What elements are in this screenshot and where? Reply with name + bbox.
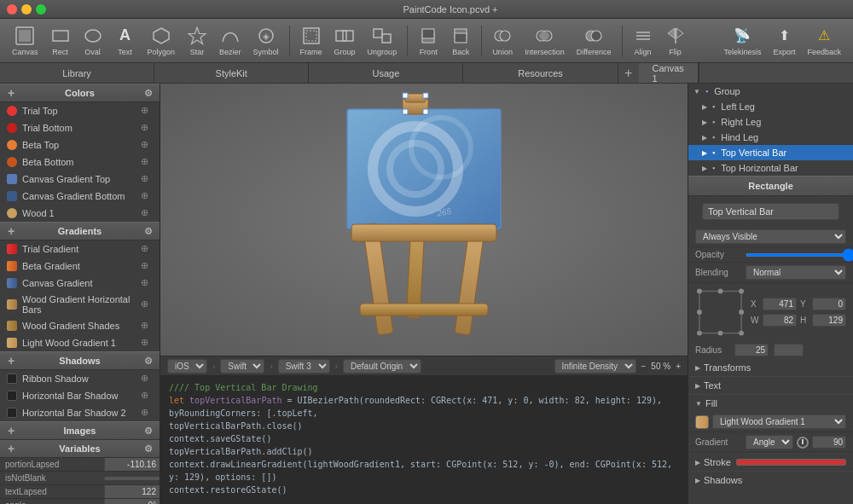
radius-extra-input[interactable] — [774, 344, 804, 356]
shape-name-input[interactable] — [702, 203, 839, 220]
group-tool[interactable]: Group — [329, 22, 361, 60]
gradient-angle-dial[interactable] — [797, 437, 809, 449]
tree-item-top-horizontal-bar[interactable]: ▶ ▪ Top Horizontal Bar — [688, 160, 853, 176]
code-area[interactable]: //// Top Vertical Bar Drawing let topVer… — [160, 376, 688, 504]
list-item[interactable]: Trial Gradient ⊕ — [0, 240, 160, 258]
shadow-add-icon[interactable]: ⊕ — [141, 390, 153, 402]
tree-item-hind-leg[interactable]: ▶ ▪ Hind Leg — [688, 130, 853, 145]
colors-add-button[interactable]: + — [5, 87, 17, 99]
flip-tool[interactable]: Flip — [660, 22, 691, 60]
polygon-tool[interactable]: Polygon — [142, 22, 181, 60]
color-add-icon[interactable]: ⊕ — [141, 122, 153, 134]
oval-tool[interactable]: Oval — [78, 22, 108, 60]
list-item[interactable]: Wood Gradient Horizontal Bars ⊕ — [0, 292, 160, 317]
gradient-type-select[interactable]: Angle — [746, 435, 793, 449]
list-item[interactable]: Canvas Gradient ⊕ — [0, 275, 160, 292]
language-select[interactable]: Swift — [220, 359, 264, 374]
gradient-add-icon[interactable]: ⊕ — [141, 320, 153, 332]
list-item[interactable]: Ribbon Shadow ⊕ — [0, 370, 160, 387]
tab-resources[interactable]: Resources — [463, 63, 618, 83]
list-item[interactable]: Wood Gradient Shades ⊕ — [0, 317, 160, 334]
intersection-tool[interactable]: Intersection — [519, 22, 570, 60]
fill-section-header[interactable]: ▼ Fill — [688, 394, 853, 412]
gradients-settings-button[interactable]: ⚙ — [142, 225, 154, 237]
tree-item-right-leg[interactable]: ▶ ▪ Right Leg — [688, 114, 853, 130]
text-section[interactable]: ▶ Text — [688, 376, 853, 394]
gradient-angle-input[interactable] — [812, 436, 846, 449]
tree-item-left-leg[interactable]: ▶ ▪ Left Leg — [688, 99, 853, 114]
text-tool[interactable]: A Text — [110, 22, 141, 60]
list-item[interactable]: Trial Top ⊕ — [0, 102, 160, 119]
gradient-add-icon[interactable]: ⊕ — [141, 260, 153, 272]
color-add-icon[interactable]: ⊕ — [141, 105, 153, 117]
radius-input[interactable] — [734, 344, 769, 356]
gradient-add-icon[interactable]: ⊕ — [141, 277, 153, 289]
x-input[interactable] — [763, 298, 797, 310]
list-item[interactable]: Horizontal Bar Shadow ⊕ — [0, 387, 160, 404]
difference-tool[interactable]: Difference — [572, 22, 617, 60]
export-tool[interactable]: ⬆ Export — [768, 22, 800, 60]
color-add-icon[interactable]: ⊕ — [141, 156, 153, 168]
front-tool[interactable]: Front — [413, 22, 444, 60]
var-value[interactable]: 122 — [104, 485, 160, 498]
list-item[interactable]: Canvas Gradient Bottom ⊕ — [0, 188, 160, 205]
list-item[interactable]: Horizontal Bar Shadow 2 ⊕ — [0, 404, 160, 421]
list-item[interactable]: Trial Bottom ⊕ — [0, 119, 160, 136]
align-tool[interactable]: Align — [628, 22, 659, 60]
blending-select[interactable]: Normal — [746, 265, 846, 280]
tree-item-group[interactable]: ▼ ▪ Group — [688, 84, 853, 99]
version-select[interactable]: Swift 3 — [278, 359, 330, 374]
y-input[interactable] — [812, 298, 846, 310]
star-tool[interactable]: Star — [182, 22, 212, 60]
zoom-minus[interactable]: − — [641, 362, 647, 371]
h-input[interactable] — [812, 314, 846, 327]
list-item[interactable]: Canvas Gradient Top ⊕ — [0, 171, 160, 188]
list-item[interactable]: Wood 1 ⊕ — [0, 205, 160, 222]
list-item[interactable]: Beta Bottom ⊕ — [0, 154, 160, 171]
maximize-button[interactable] — [36, 4, 46, 14]
list-item[interactable]: Beta Top ⊕ — [0, 136, 160, 154]
color-add-icon[interactable]: ⊕ — [141, 207, 153, 219]
shadows-section-expand[interactable]: ▶ Shadows — [688, 471, 853, 489]
gradients-add-button[interactable]: + — [5, 225, 17, 237]
zoom-plus[interactable]: + — [676, 362, 681, 371]
tab-usage[interactable]: Usage — [309, 63, 463, 83]
fill-color-swatch[interactable] — [695, 415, 709, 429]
shadows-add-button[interactable]: + — [5, 355, 17, 367]
feedback-tool[interactable]: ⚠ Feedback — [802, 22, 846, 60]
variables-add-button[interactable]: + — [5, 443, 17, 455]
var-value[interactable]: 0° — [104, 499, 160, 504]
union-tool[interactable]: Union — [487, 22, 518, 60]
visibility-select[interactable]: Always Visible — [695, 229, 846, 244]
canvas-title-tab[interactable]: Canvas 1 — [639, 63, 699, 83]
tab-add-button[interactable]: + — [618, 63, 639, 83]
var-value[interactable] — [104, 477, 160, 480]
gradient-add-icon[interactable]: ⊕ — [141, 298, 153, 310]
list-item[interactable]: Light Wood Gradient 1 ⊕ — [0, 334, 160, 351]
tab-library[interactable]: Library — [0, 63, 154, 83]
colors-settings-button[interactable]: ⚙ — [142, 87, 154, 99]
color-add-icon[interactable]: ⊕ — [141, 173, 153, 185]
rect-tool[interactable]: Rect — [45, 22, 76, 60]
tree-item-top-vertical-bar[interactable]: ▶ ▪ Top Vertical Bar — [688, 145, 853, 160]
w-input[interactable] — [763, 314, 797, 327]
stroke-color-preview[interactable] — [736, 459, 846, 466]
shadows-settings-button[interactable]: ⚙ — [142, 355, 154, 367]
opacity-slider[interactable] — [746, 253, 853, 257]
gradient-add-icon[interactable]: ⊕ — [141, 243, 153, 255]
density-select[interactable]: Infinite Density — [554, 359, 636, 374]
color-add-icon[interactable]: ⊕ — [141, 139, 153, 151]
canvas-tool[interactable]: Canvas — [7, 22, 44, 60]
back-tool[interactable]: Back — [445, 22, 476, 60]
color-add-icon[interactable]: ⊕ — [141, 190, 153, 202]
shadow-add-icon[interactable]: ⊕ — [141, 407, 153, 419]
stroke-section[interactable]: ▶ Stroke — [688, 453, 853, 471]
platform-select[interactable]: iOS — [167, 359, 207, 374]
variables-settings-button[interactable]: ⚙ — [142, 443, 154, 455]
ungroup-tool[interactable]: Ungroup — [363, 22, 403, 60]
telekinesis-tool[interactable]: 📡 Telekinesis — [718, 22, 766, 60]
list-item[interactable]: Beta Gradient ⊕ — [0, 258, 160, 275]
fill-gradient-select[interactable]: Light Wood Gradient 1 — [712, 414, 846, 429]
gradient-add-icon[interactable]: ⊕ — [141, 337, 153, 349]
images-add-button[interactable]: + — [5, 425, 17, 437]
